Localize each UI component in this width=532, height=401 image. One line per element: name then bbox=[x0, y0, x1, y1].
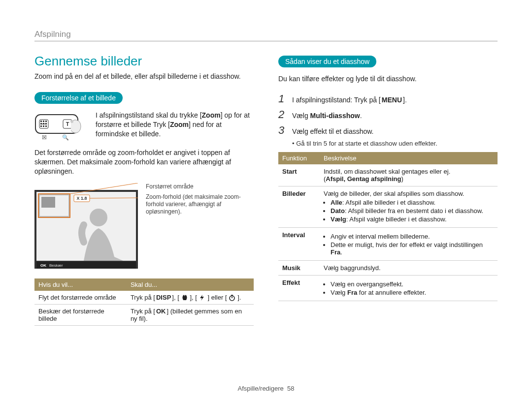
zoom-control-block: T ☒ 🔍 I afspilningstilstand skal du tryk… bbox=[34, 111, 254, 141]
table-row: Billeder Vælg de billeder, der skal afsp… bbox=[278, 186, 498, 227]
svg-rect-21 bbox=[41, 197, 55, 208]
step-text: Vælg Multi-diasshow. bbox=[292, 111, 498, 121]
slideshow-intro: Du kan tilføre effekter og lyde til dit … bbox=[278, 74, 498, 84]
page-title: Gennemse billeder bbox=[34, 54, 254, 69]
svg-rect-4 bbox=[40, 121, 42, 122]
macro-icon bbox=[181, 294, 190, 301]
screenshot-block: X 1.8 OK Beskær Forstørret område Zoom-f… bbox=[34, 183, 254, 272]
svg-text:OK: OK bbox=[40, 263, 46, 268]
crop-label: Beskær bbox=[49, 263, 63, 268]
step-number: 2 bbox=[278, 108, 287, 121]
desc-effect: Vælg en overgangseffekt. Vælg Fra for at… bbox=[320, 275, 498, 301]
th-func: Funktion bbox=[278, 152, 320, 164]
cell-crop-action: Tryk på [OK] (billedet gemmes som en ny … bbox=[127, 305, 254, 326]
svg-text:☒: ☒ bbox=[42, 134, 47, 140]
footer-page: 58 bbox=[287, 385, 294, 392]
zoom-control-illustration: T ☒ 🔍 bbox=[34, 111, 89, 141]
right-column: Sådan viser du et diasshow Du kan tilfør… bbox=[278, 54, 498, 326]
timer-icon bbox=[229, 294, 237, 301]
cell-move-action: Tryk på [DISP], [ ], [ ] eller [ ]. bbox=[127, 291, 254, 305]
table-row: Beskær det forstørrede billede Tryk på [… bbox=[34, 305, 254, 326]
cell-move-area: Flyt det forstørrede område bbox=[34, 291, 127, 305]
th-do: Skal du... bbox=[127, 278, 254, 291]
svg-point-17 bbox=[70, 120, 73, 123]
zoom-text-line: I afspilningstilstand skal du trykke [Zo… bbox=[96, 111, 250, 138]
footer-section: Afspille/redigere bbox=[238, 385, 284, 392]
table-row: Effekt Vælg en overgangseffekt. Vælg Fra… bbox=[278, 275, 498, 301]
content-columns: Gennemse billeder Zoom ind på en del af … bbox=[34, 54, 498, 326]
flash-icon bbox=[199, 294, 207, 301]
zoom-control-text: I afspilningstilstand skal du trykke [Zo… bbox=[96, 111, 254, 139]
step-number: 1 bbox=[278, 93, 287, 105]
table-row: Interval Angiv et interval mellem billed… bbox=[278, 227, 498, 260]
svg-rect-11 bbox=[43, 125, 44, 127]
svg-rect-12 bbox=[45, 125, 47, 127]
step-text: Vælg effekt til et diasshow. bbox=[292, 127, 498, 136]
func-effect: Effekt bbox=[278, 275, 320, 301]
step-1: 1 I afspilningstilstand: Tryk på [MENU]. bbox=[278, 93, 498, 105]
ok-key-icon: OK bbox=[155, 308, 167, 315]
svg-rect-10 bbox=[40, 125, 42, 127]
desc-music: Vælg baggrundslyd. bbox=[320, 260, 498, 275]
cell-crop-area: Beskær det forstørrede billede bbox=[34, 305, 127, 326]
step-3-note: • Gå til trin 5 for at starte et diassho… bbox=[292, 140, 498, 147]
table-row: Start Indstil, om diasshowet skal gentag… bbox=[278, 164, 498, 186]
screenshot-annotations: Forstørret område Zoom-forhold (det maks… bbox=[146, 183, 254, 218]
subheading-enlarge: Forstørrelse af et billede bbox=[34, 92, 123, 104]
zoom-note: Det forstørrede område og zoom-forholdet… bbox=[34, 148, 254, 176]
function-table: Funktion Beskrivelse Start Indstil, om d… bbox=[278, 152, 498, 301]
svg-rect-9 bbox=[45, 123, 47, 124]
desc-images: Vælg de billeder, der skal afspilles som… bbox=[320, 186, 498, 227]
func-start: Start bbox=[278, 164, 320, 186]
step-number: 3 bbox=[278, 124, 287, 137]
actions-table: Hvis du vil... Skal du... Flyt det forst… bbox=[34, 278, 254, 326]
anno-zoom-ratio: Zoom-forhold (det maksimale zoom-forhold… bbox=[146, 193, 254, 216]
svg-rect-7 bbox=[40, 123, 42, 124]
zoom-badge-text: X 1.8 bbox=[76, 196, 87, 201]
screenshot-thumb: X 1.8 OK Beskær bbox=[34, 183, 138, 272]
svg-text:T: T bbox=[66, 121, 69, 127]
step-2: 2 Vælg Multi-diasshow. bbox=[278, 108, 498, 121]
table-row: Musik Vælg baggrundslyd. bbox=[278, 260, 498, 275]
th-desc: Beskrivelse bbox=[320, 152, 498, 164]
func-interval: Interval bbox=[278, 227, 320, 260]
intro-text: Zoom ind på en del af et billede, eller … bbox=[34, 72, 254, 81]
disp-key-icon: DISP bbox=[155, 294, 172, 301]
page-footer: Afspille/redigere 58 bbox=[0, 385, 532, 392]
svg-rect-5 bbox=[43, 121, 44, 122]
step-3: 3 Vælg effekt til et diasshow. bbox=[278, 124, 498, 137]
desc-start: Indstil, om diasshowet skal gentages ell… bbox=[320, 164, 498, 186]
th-if: Hvis du vil... bbox=[34, 278, 127, 291]
table-row: Flyt det forstørrede område Tryk på [DIS… bbox=[34, 291, 254, 305]
svg-text:🔍: 🔍 bbox=[62, 134, 69, 141]
anno-enlarged-area: Forstørret område bbox=[146, 183, 254, 190]
svg-rect-8 bbox=[43, 123, 44, 124]
header-section: Afspilning bbox=[34, 30, 498, 41]
menu-key-icon: MENU bbox=[381, 95, 403, 105]
left-column: Gennemse billeder Zoom ind på en del af … bbox=[34, 54, 254, 326]
subheading-slideshow: Sådan viser du et diasshow bbox=[278, 56, 376, 67]
svg-point-24 bbox=[90, 209, 107, 226]
step-text: I afspilningstilstand: Tryk på [MENU]. bbox=[292, 95, 498, 105]
desc-interval: Angiv et interval mellem billederne. Det… bbox=[320, 227, 498, 260]
svg-rect-6 bbox=[45, 121, 47, 122]
func-music: Musik bbox=[278, 260, 320, 275]
func-images: Billeder bbox=[278, 186, 320, 227]
